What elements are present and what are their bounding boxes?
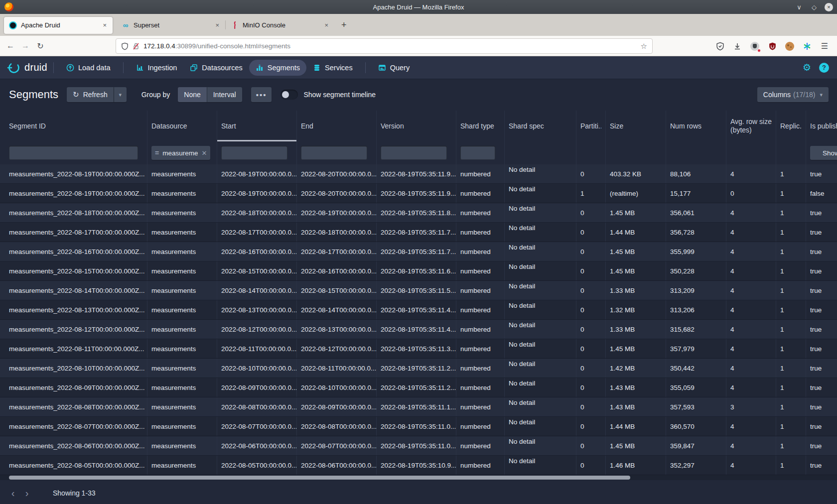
table-row[interactable]: measurements_2022-08-19T00:00:00.000Z...…: [0, 184, 837, 203]
table-row[interactable]: measurements_2022-08-09T00:00:00.000Z...…: [0, 378, 837, 397]
filter-input-start[interactable]: [221, 146, 287, 160]
browser-tab-apache-druid[interactable]: Apache Druid ×: [4, 17, 113, 34]
forward-button[interactable]: →: [18, 41, 33, 50]
horizontal-scrollbar-thumb[interactable]: [9, 476, 630, 480]
table-row[interactable]: measurements_2022-08-10T00:00:00.000Z...…: [0, 359, 837, 378]
window-maximize-icon[interactable]: ◇: [810, 3, 819, 11]
column-header-end[interactable]: End: [297, 111, 377, 141]
cell-datasource: measurements: [147, 261, 217, 280]
table-row[interactable]: measurements_2022-08-07T00:00:00.000Z...…: [0, 417, 837, 436]
column-header-shard_spec[interactable]: Shard spec: [505, 111, 576, 141]
cell-avg_row_size: 4: [726, 281, 776, 300]
group-by-interval-button[interactable]: Interval: [207, 87, 242, 102]
filter-input-segment_id[interactable]: [9, 146, 138, 160]
table-row[interactable]: measurements_2022-08-08T00:00:00.000Z...…: [0, 397, 837, 417]
remove-filter-icon[interactable]: ✕: [201, 149, 207, 157]
show-button[interactable]: Show: [810, 146, 837, 160]
column-header-start[interactable]: Start: [217, 111, 297, 141]
help-icon[interactable]: ?: [819, 63, 829, 73]
nav-item-load-data[interactable]: Load data: [60, 60, 117, 76]
menu-hamburger-icon[interactable]: ☰: [819, 41, 830, 52]
nav-item-segments[interactable]: Segments: [249, 60, 306, 76]
previous-page-button[interactable]: ‹: [6, 486, 20, 500]
cell-shard_spec: No detail: [505, 339, 576, 358]
colorful-asterisk-extension-icon[interactable]: [802, 41, 813, 52]
column-header-num_rows[interactable]: Num rows: [666, 111, 726, 141]
cell-shard_spec: No detail: [505, 417, 576, 436]
close-tab-icon[interactable]: ×: [102, 21, 108, 29]
filter-input-shard_type[interactable]: [460, 146, 495, 160]
column-header-replication[interactable]: Replic...: [776, 111, 806, 141]
table-row[interactable]: measurements_2022-08-06T00:00:00.000Z...…: [0, 436, 837, 456]
nav-item-query[interactable]: Query: [372, 60, 417, 76]
column-header-datasource[interactable]: Datasource: [147, 111, 217, 141]
filter-input-end[interactable]: [301, 146, 367, 160]
column-header-version[interactable]: Version: [377, 111, 456, 141]
nav-item-services[interactable]: Services: [306, 60, 359, 76]
table-row[interactable]: measurements_2022-08-13T00:00:00.000Z...…: [0, 300, 837, 320]
table-row[interactable]: measurements_2022-08-05T00:00:00.000Z...…: [0, 456, 837, 475]
datasource-filter-chip[interactable]: =measureme✕: [151, 146, 210, 160]
equals-operator-icon: =: [155, 149, 159, 157]
cell-replication: 1: [776, 359, 806, 378]
nav-item-ingestion[interactable]: Ingestion: [130, 60, 184, 76]
cookie-extension-icon[interactable]: [784, 41, 795, 52]
url-bar[interactable]: 172.18.0.4:30899/unified-console.html#se…: [116, 38, 653, 54]
next-page-button[interactable]: ›: [20, 486, 34, 500]
group-by-none-button[interactable]: None: [178, 87, 206, 102]
table-row[interactable]: measurements_2022-08-11T00:00:00.000Z...…: [0, 339, 837, 359]
settings-gear-icon[interactable]: ⚙: [803, 62, 811, 73]
table-row[interactable]: measurements_2022-08-14T00:00:00.000Z...…: [0, 281, 837, 300]
nav-item-datasources[interactable]: Datasources: [183, 60, 249, 76]
pocket-shield-icon[interactable]: [714, 41, 725, 52]
table-row[interactable]: measurements_2022-08-19T00:00:00.000Z...…: [0, 164, 837, 184]
column-header-avg_row_size[interactable]: Avg. row size (bytes): [726, 111, 776, 141]
cell-start: 2022-08-13T00:00:00.0...: [217, 300, 297, 319]
segment-timeline-toggle[interactable]: [280, 90, 298, 100]
reload-button[interactable]: ↻: [33, 41, 48, 51]
cell-replication: 1: [776, 397, 806, 416]
window-close-icon[interactable]: ×: [825, 3, 833, 11]
new-tab-button[interactable]: +: [341, 20, 347, 30]
cell-partition: 0: [576, 456, 606, 475]
horizontal-scrollbar-track[interactable]: [0, 475, 837, 480]
close-tab-icon[interactable]: ×: [214, 21, 220, 29]
columns-picker-button[interactable]: Columns (17/18) ▾: [757, 87, 829, 102]
insecure-lock-icon[interactable]: [133, 42, 140, 50]
filter-input-version[interactable]: [381, 146, 447, 160]
bookmark-star-icon[interactable]: ☆: [641, 42, 647, 51]
browser-tab-minio[interactable]: MinIO Console ×: [226, 17, 334, 34]
more-options-button[interactable]: •••: [251, 87, 272, 102]
segments-icon: [256, 64, 264, 72]
tracking-protection-shield-icon[interactable]: [121, 42, 129, 50]
cell-partition: 1: [576, 184, 606, 203]
table-row[interactable]: measurements_2022-08-18T00:00:00.000Z...…: [0, 203, 837, 223]
table-row[interactable]: measurements_2022-08-17T00:00:00.000Z...…: [0, 223, 837, 242]
table-row[interactable]: measurements_2022-08-12T00:00:00.000Z...…: [0, 320, 837, 339]
browser-tab-superset[interactable]: ∞ Superset ×: [117, 17, 225, 34]
table-row[interactable]: measurements_2022-08-16T00:00:00.000Z...…: [0, 242, 837, 261]
cell-replication: 1: [776, 184, 806, 203]
refresh-button[interactable]: ↻ Refresh: [67, 87, 114, 102]
ublock-origin-icon[interactable]: [767, 41, 778, 52]
table-row[interactable]: measurements_2022-08-15T00:00:00.000Z...…: [0, 261, 837, 281]
close-tab-icon[interactable]: ×: [323, 21, 329, 29]
refresh-interval-dropdown[interactable]: ▾: [114, 87, 127, 102]
window-minimize-icon[interactable]: ∨: [795, 3, 804, 11]
column-header-size[interactable]: Size: [606, 111, 666, 141]
cell-shard_type: numbered: [456, 339, 505, 358]
column-header-is_published[interactable]: Is published: [806, 111, 837, 141]
cell-num_rows: 313,209: [666, 281, 726, 300]
column-header-partition[interactable]: Partiti...: [576, 111, 606, 141]
column-header-segment_id[interactable]: Segment ID: [0, 111, 147, 141]
cell-segment_id: measurements_2022-08-15T00:00:00.000Z...: [0, 261, 147, 280]
cell-version: 2022-08-19T05:35:11.4...: [377, 320, 456, 339]
extension-mask-icon[interactable]: [749, 41, 760, 52]
column-header-shard_type[interactable]: Shard type: [456, 111, 505, 141]
downloads-icon[interactable]: [732, 41, 743, 52]
back-button[interactable]: ←: [3, 41, 18, 50]
cell-segment_id: measurements_2022-08-10T00:00:00.000Z...: [0, 359, 147, 378]
druid-logo[interactable]: druid: [7, 61, 47, 75]
cell-datasource: measurements: [147, 242, 217, 261]
table-filter-row: =measureme✕Show: [0, 141, 837, 164]
